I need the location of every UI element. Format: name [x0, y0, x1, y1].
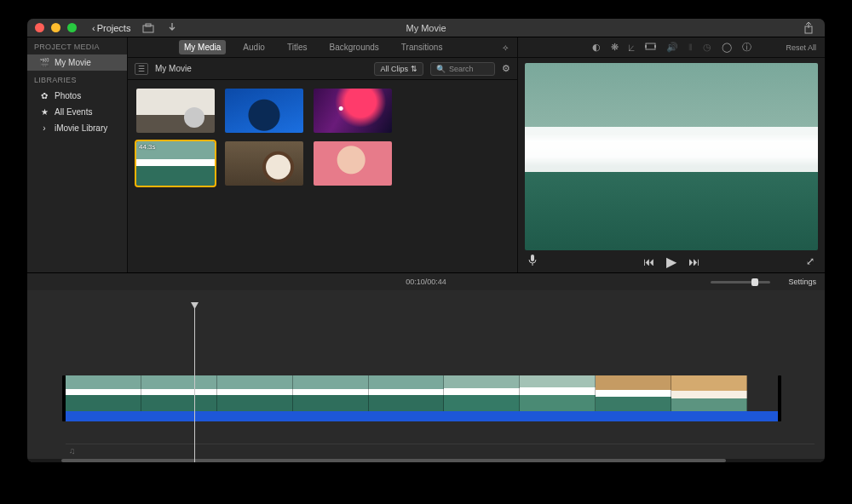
- window-controls: [27, 23, 77, 32]
- browser-toolbar: ☰ My Movie All Clips ⇅ 🔍 Search ⚙: [128, 58, 517, 80]
- video-preview[interactable]: [525, 63, 818, 250]
- search-icon: 🔍: [436, 65, 446, 73]
- media-clip-2[interactable]: [225, 89, 303, 133]
- fullscreen-window-button[interactable]: [67, 23, 77, 32]
- back-label: Projects: [97, 23, 131, 33]
- sidebar-item-label: iMovie Library: [55, 123, 107, 133]
- timeline-settings-button[interactable]: Settings: [788, 278, 816, 286]
- close-window-button[interactable]: [35, 23, 44, 32]
- browser-tabs: My Media Audio Titles Backgrounds Transi…: [128, 37, 517, 58]
- previous-button[interactable]: ⏮: [643, 255, 654, 268]
- playback-controls: ⏮ ▶ ⏭ ⤢: [518, 250, 825, 272]
- clip-trim-handle-right[interactable]: [778, 375, 781, 421]
- crop-icon[interactable]: ⟀: [629, 43, 635, 53]
- volume-icon[interactable]: 🔊: [666, 42, 678, 53]
- svg-rect-4: [645, 45, 647, 48]
- sidebar-item-photos[interactable]: ✿ Photos: [27, 88, 127, 104]
- media-clip-4[interactable]: 44.3s: [136, 141, 215, 186]
- updown-chevron-icon: ⇅: [411, 65, 417, 73]
- sidebar: PROJECT MEDIA 🎬 My Movie LIBRARIES ✿ Pho…: [27, 37, 128, 272]
- reset-all-button[interactable]: Reset All: [786, 43, 816, 52]
- search-field[interactable]: 🔍 Search: [430, 62, 495, 76]
- titlebar-tools: [142, 22, 178, 34]
- browser-settings-button[interactable]: ⚙: [502, 63, 510, 74]
- upper-panels: PROJECT MEDIA 🎬 My Movie LIBRARIES ✿ Pho…: [27, 37, 825, 272]
- tab-titles[interactable]: Titles: [282, 40, 313, 54]
- sidebar-item-all-events[interactable]: ★ All Events: [27, 104, 127, 120]
- music-note-icon: ♫: [69, 446, 76, 455]
- timeline-video-clip[interactable]: [66, 375, 747, 411]
- timeline-header: 00:10 / 00:44 Settings: [27, 273, 825, 290]
- voiceover-record-button[interactable]: [528, 255, 537, 269]
- sidebar-item-label: All Events: [55, 107, 92, 117]
- timeline-body[interactable]: ♫: [27, 302, 825, 462]
- sidebar-section-libraries: LIBRARIES: [27, 71, 127, 88]
- media-clip-6[interactable]: [314, 141, 392, 186]
- svg-rect-6: [531, 255, 534, 261]
- total-time: 00:44: [427, 278, 446, 286]
- filter-label: All Clips: [380, 65, 408, 73]
- playhead[interactable]: [194, 302, 195, 462]
- share-button[interactable]: [803, 22, 815, 34]
- music-track-lane[interactable]: ♫: [66, 444, 815, 457]
- fullscreen-preview-button[interactable]: ⤢: [806, 255, 815, 267]
- info-icon[interactable]: ⓘ: [742, 41, 751, 54]
- clips-filter-dropdown[interactable]: All Clips ⇅: [374, 62, 423, 76]
- clip-trim-handle-left[interactable]: [62, 375, 66, 421]
- media-clip-3[interactable]: [314, 89, 392, 133]
- chevron-left-icon: ‹: [92, 23, 95, 33]
- timeline-ruler[interactable]: [27, 290, 825, 302]
- adjustment-toolbar: ◐ ❋ ⟀ 🔊 ⫴ ◷ ◯ ⓘ Reset All: [518, 37, 825, 58]
- import-media-button[interactable]: [142, 22, 154, 34]
- timeline-scrollbar[interactable]: [27, 459, 825, 462]
- event-title: My Movie: [155, 64, 192, 73]
- tab-transitions[interactable]: Transitions: [396, 40, 448, 54]
- window-title: My Movie: [406, 23, 446, 33]
- flower-icon: ✿: [39, 92, 49, 100]
- speed-icon[interactable]: ◷: [703, 42, 711, 53]
- svg-rect-3: [646, 43, 655, 49]
- sidebar-item-label: My Movie: [55, 58, 91, 67]
- sidebar-section-project-media: PROJECT MEDIA: [27, 37, 127, 54]
- color-correction-icon[interactable]: ❋: [611, 42, 619, 53]
- sidebar-item-label: Photos: [55, 91, 81, 100]
- preview-content: [525, 127, 818, 172]
- media-thumbnails-grid: 44.3s: [128, 80, 517, 194]
- tab-audio[interactable]: Audio: [238, 40, 270, 54]
- viewer-panel: ◐ ❋ ⟀ 🔊 ⫴ ◷ ◯ ⓘ Reset All ⏮: [518, 37, 825, 272]
- media-clip-5[interactable]: [225, 141, 303, 186]
- download-icon[interactable]: [166, 22, 178, 34]
- timeline-audio-waveform[interactable]: [66, 411, 778, 421]
- clip-filter-icon[interactable]: ◯: [722, 42, 732, 53]
- timeline-zoom-slider[interactable]: [711, 281, 770, 284]
- sidebar-item-imovie-library[interactable]: › iMovie Library: [27, 120, 127, 136]
- play-button[interactable]: ▶: [666, 254, 676, 270]
- enhance-wand-icon[interactable]: ⟡: [503, 43, 509, 53]
- clip-duration-badge: 44.3s: [139, 143, 156, 151]
- svg-rect-5: [654, 45, 656, 48]
- current-time: 00:10: [406, 278, 425, 286]
- star-icon: ★: [39, 108, 49, 117]
- timeline-area: 00:10 / 00:44 Settings ♫: [27, 272, 825, 462]
- sidebar-item-my-movie[interactable]: 🎬 My Movie: [27, 54, 127, 71]
- back-to-projects-button[interactable]: ‹ Projects: [92, 23, 130, 33]
- stabilization-icon[interactable]: [645, 42, 656, 53]
- media-browser: My Media Audio Titles Backgrounds Transi…: [128, 37, 518, 272]
- titlebar: ‹ Projects My Movie: [27, 19, 825, 37]
- color-balance-icon[interactable]: ◐: [592, 42, 601, 53]
- media-clip-1[interactable]: [136, 89, 215, 133]
- noise-reduction-icon[interactable]: ⫴: [688, 42, 693, 53]
- clapperboard-icon: 🎬: [39, 59, 49, 67]
- next-button[interactable]: ⏭: [688, 255, 699, 268]
- app-window: ‹ Projects My Movie PROJECT MEDIA 🎬 My M…: [27, 19, 825, 462]
- minimize-window-button[interactable]: [51, 23, 60, 32]
- search-placeholder: Search: [449, 65, 474, 73]
- tab-my-media[interactable]: My Media: [179, 40, 226, 54]
- tab-backgrounds[interactable]: Backgrounds: [324, 40, 383, 54]
- list-view-toggle[interactable]: ☰: [135, 63, 148, 75]
- chevron-right-icon: ›: [39, 124, 49, 133]
